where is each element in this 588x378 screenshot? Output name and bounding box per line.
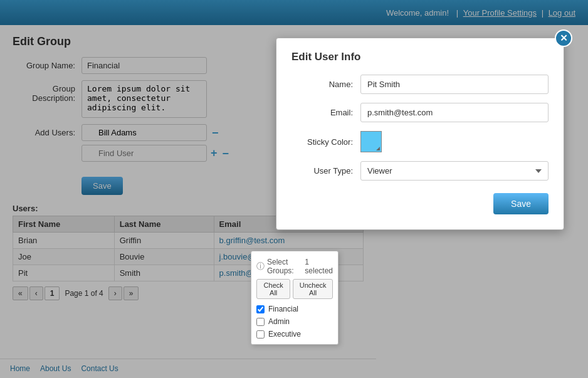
check-all-button[interactable]: Check All — [256, 279, 290, 299]
modal-sticky-color-row: Sticky Color: — [291, 131, 549, 152]
group-executive-label: Executive — [268, 330, 301, 339]
modal-close-button[interactable]: ✕ — [555, 29, 572, 47]
modal-save-button[interactable]: Save — [493, 193, 549, 214]
group-executive-checkbox[interactable] — [256, 330, 265, 339]
modal-email-row: Email: — [291, 103, 549, 122]
select-groups-header: ⓘ Select Groups: 1 selected — [251, 255, 338, 279]
uncheck-all-button[interactable]: Uncheck All — [293, 279, 333, 299]
sticky-color-picker[interactable] — [360, 131, 382, 152]
group-financial-label: Financial — [268, 305, 298, 313]
modal-user-type-row: User Type: Viewer Editor Admin — [291, 161, 549, 181]
group-executive-item[interactable]: Executive — [251, 328, 338, 340]
group-admin-item[interactable]: Admin — [251, 315, 338, 328]
modal-email-label: Email: — [291, 108, 360, 117]
info-icon: ⓘ — [256, 261, 265, 272]
modal-name-label: Name: — [291, 80, 360, 89]
sg-buttons: Check All Uncheck All — [251, 279, 338, 303]
select-groups-popup: ⓘ Select Groups: 1 selected Check All Un… — [251, 251, 339, 345]
group-admin-label: Admin — [268, 317, 290, 326]
modal-email-input[interactable] — [360, 103, 549, 122]
modal-user-type-label: User Type: — [291, 166, 360, 176]
modal-name-input[interactable] — [360, 75, 549, 94]
group-financial-item[interactable]: Financial — [251, 303, 338, 315]
edit-user-modal: ✕ Edit User Info Name: Email: Sticky Col… — [276, 38, 564, 230]
group-admin-checkbox[interactable] — [256, 318, 265, 326]
modal-name-row: Name: — [291, 75, 549, 94]
modal-sticky-color-label: Sticky Color: — [291, 137, 360, 147]
select-groups-label: Select Groups: — [267, 258, 302, 275]
modal-title: Edit User Info — [291, 51, 549, 63]
group-financial-checkbox[interactable] — [256, 305, 265, 313]
selected-count: 1 selected — [305, 258, 333, 275]
modal-user-type-select[interactable]: Viewer Editor Admin — [360, 161, 549, 181]
